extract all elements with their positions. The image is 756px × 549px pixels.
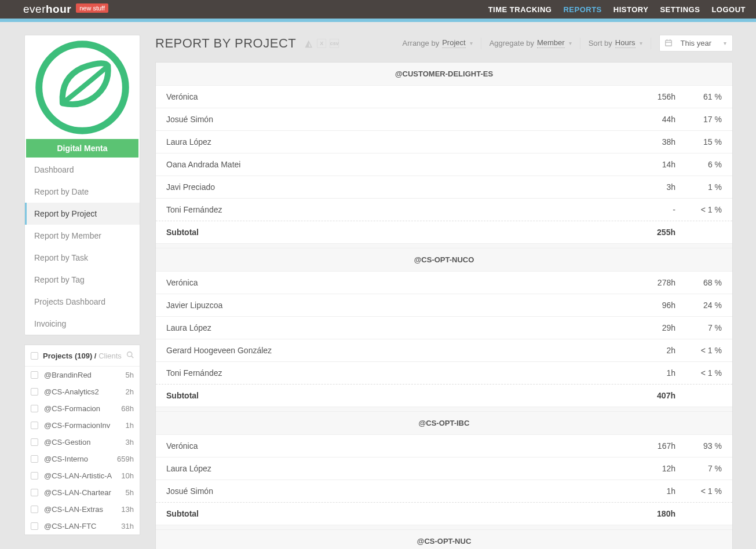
group-header[interactable]: @CUSTOMER-DELIGHT-ES [156,63,732,85]
arrange-by-label: Arrange by [403,39,440,47]
nav-history[interactable]: HISTORY [613,5,649,14]
export-excel-icon[interactable]: X [317,39,326,48]
report-controls: Arrange by Project ▾ Aggregate by Member… [403,35,733,52]
project-item[interactable]: @CS-Formacion68h [25,400,140,417]
report-row[interactable]: Oana Andrada Matei14h6 % [156,153,732,175]
top-nav: TIME TRACKING REPORTS HISTORY SETTINGS L… [488,5,746,14]
project-item[interactable]: @CS-LAN-Extras13h [25,501,140,518]
sidebar-item-invoicing[interactable]: Invoicing [25,313,140,335]
sidebar-item-report-tag[interactable]: Report by Tag [25,269,140,291]
sidebar-item-projects-dashboard[interactable]: Projects Dashboard [25,291,140,313]
group-header[interactable]: @CS-OPT-IBC [156,411,732,434]
report-row[interactable]: Verónica167h93 % [156,434,732,457]
project-checkbox[interactable] [31,388,38,396]
report-row[interactable]: Laura López12h7 % [156,457,732,480]
project-name: @CS-LAN-Chartear [44,488,120,497]
report-row[interactable]: Verónica156h61 % [156,85,732,108]
separator [481,38,481,49]
sidebar-item-report-project[interactable]: Report by Project [25,203,140,225]
report-row[interactable]: Verónica278h68 % [156,271,732,294]
report-row[interactable]: Gerard Hoogeveen González2h< 1 % [156,339,732,361]
project-item[interactable]: @CS-LAN-Artistic-A10h [25,467,140,484]
project-item[interactable]: @CS-LAN-FTC31h [25,518,140,535]
googledrive-icon[interactable]: ◭ [304,39,313,48]
group-header[interactable]: @CS-OPT-NUC [156,529,732,549]
chevron-down-icon: ▾ [470,40,473,46]
aggregate-by-control[interactable]: Aggregate by Member ▾ [490,38,572,48]
sort-by-label: Sort by [589,39,612,47]
member-name: Laura López [166,323,606,332]
calendar-icon [664,39,673,49]
project-hours: 31h [121,522,134,530]
project-checkbox[interactable] [31,371,38,379]
sidebar-item-report-member[interactable]: Report by Member [25,225,140,247]
project-checkbox[interactable] [31,522,38,530]
sort-by-control[interactable]: Sort by Hours ▾ [589,38,642,48]
project-checkbox[interactable] [31,506,38,513]
report-row[interactable]: Laura López29h7 % [156,316,732,339]
content: REPORT BY PROJECT ◭ X csv Arrange by Pro… [155,35,756,549]
report-row[interactable]: Josué Simón44h17 % [156,108,732,130]
nav-settings[interactable]: SETTINGS [660,5,700,14]
new-stuff-badge[interactable]: new stuff [76,3,108,13]
member-hours: 1h [606,368,675,378]
project-item[interactable]: @CS-LAN-Chartear5h [25,484,140,501]
sort-by-value: Hours [615,38,636,48]
arrange-by-control[interactable]: Arrange by Project ▾ [403,38,473,48]
member-name: Toni Fernández [166,205,606,214]
nav-reports[interactable]: REPORTS [563,5,601,14]
nav-time-tracking[interactable]: TIME TRACKING [488,5,552,14]
project-name: @CS-LAN-FTC [44,522,115,530]
project-hours: 2h [126,387,134,396]
member-hours: 12h [606,464,675,473]
sidebar-item-dashboard[interactable]: Dashboard [25,159,140,181]
member-percent: < 1 % [675,486,722,496]
svg-line-2 [132,356,133,358]
select-all-checkbox[interactable] [31,352,38,360]
project-checkbox[interactable] [31,472,38,480]
member-percent: < 1 % [675,205,722,214]
member-name: Javi Preciado [166,182,606,192]
project-checkbox[interactable] [31,489,38,496]
project-name: @CS-LAN-Artistic-A [44,471,115,480]
group-header[interactable]: @CS-OPT-NUCO [156,248,732,271]
project-name: @CS-FormacionInv [44,421,120,430]
svg-rect-3 [665,41,671,46]
projects-header-title[interactable]: Projects (109) / Clients [43,352,122,360]
project-hours: 1h [126,421,134,430]
date-range-select[interactable]: This year ▾ [659,35,733,52]
project-item[interactable]: @CS-Analytics22h [25,383,140,400]
chevron-down-icon: ▾ [569,40,572,46]
member-hours: 278h [606,278,675,287]
subtotal-row: Subtotal180h [156,502,732,525]
project-item[interactable]: @BrandinRed5h [25,367,140,383]
project-checkbox[interactable] [31,438,38,446]
report-row[interactable]: Laura López38h15 % [156,130,732,153]
export-csv-icon[interactable]: csv [330,39,339,48]
report-row[interactable]: Javi Preciado3h1 % [156,175,732,198]
project-checkbox[interactable] [31,455,38,463]
project-checkbox[interactable] [31,422,38,429]
search-icon[interactable] [126,351,134,360]
member-name: Verónica [166,278,606,287]
report-row[interactable]: Javier Lipuzcoa96h24 % [156,294,732,316]
report-row[interactable]: Josué Simón1h< 1 % [156,480,732,502]
member-hours: - [606,205,675,214]
report-row[interactable]: Toni Fernández-< 1 % [156,198,732,221]
member-hours: 167h [606,441,675,451]
project-hours: 68h [121,404,134,413]
topbar: everhour new stuff TIME TRACKING REPORTS… [0,0,756,19]
project-item[interactable]: @CS-Interno659h [25,451,140,467]
sidebar-item-report-date[interactable]: Report by Date [25,181,140,203]
org-logo [25,35,140,139]
project-checkbox[interactable] [31,405,38,412]
project-item[interactable]: @CS-Gestion3h [25,434,140,451]
sidebar-item-report-task[interactable]: Report by Task [25,247,140,269]
brand-logo[interactable]: everhour [23,3,71,16]
group-gap [156,525,732,529]
report-row[interactable]: Toni Fernández1h< 1 % [156,361,732,384]
page-title: REPORT BY PROJECT [155,36,296,51]
nav-logout[interactable]: LOGOUT [711,5,746,14]
project-item[interactable]: @CS-FormacionInv1h [25,417,140,434]
project-name: @CS-Interno [44,455,111,463]
